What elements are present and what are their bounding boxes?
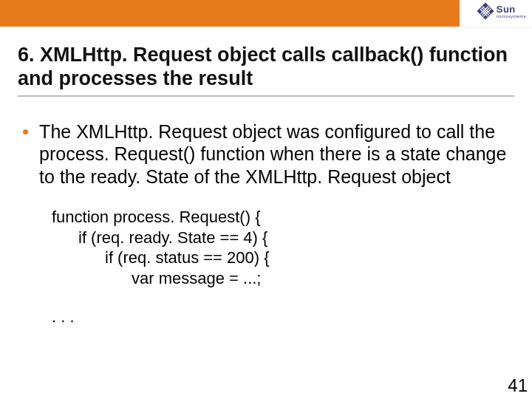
bullet-text: The XMLHttp. Request object was configur… <box>39 120 514 188</box>
accent-bar <box>0 0 460 27</box>
page-number: 41 <box>508 375 528 396</box>
code-line: if (req. status == 200) { <box>105 248 514 268</box>
code-line: if (req. ready. State == 4) { <box>78 228 514 248</box>
ellipsis: . . . <box>52 307 514 327</box>
sun-logo-icon <box>476 1 495 21</box>
bullet-item: • The XMLHttp. Request object was config… <box>18 120 514 188</box>
header-bar: Sun microsystems <box>0 0 532 28</box>
code-line: function process. Request() { <box>52 207 514 228</box>
sun-logo-text: Sun microsystems <box>497 4 526 18</box>
slide-title: 6. XMLHttp. Request object calls callbac… <box>18 43 514 97</box>
bullet-dot-icon: • <box>22 122 29 141</box>
code-block: function process. Request() { if (req. r… <box>52 207 514 288</box>
slide: Sun microsystems 6. XMLHttp. Request obj… <box>0 0 532 399</box>
content-area: 6. XMLHttp. Request object calls callbac… <box>0 28 532 327</box>
sun-logo: Sun microsystems <box>476 1 526 21</box>
logo-sub: microsystems <box>497 14 526 18</box>
code-line: var message = ...; <box>132 268 514 289</box>
logo-brand: Sun <box>497 4 526 14</box>
